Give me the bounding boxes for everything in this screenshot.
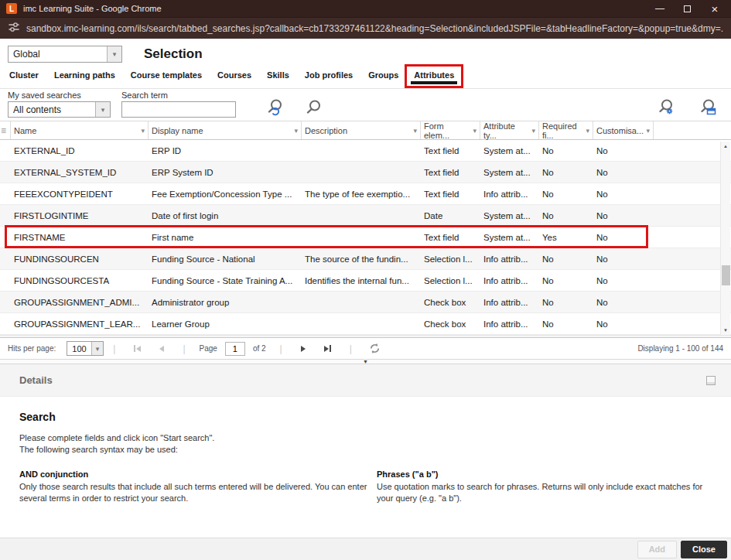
- hits-per-page-label: Hits per page:: [8, 344, 56, 353]
- table-row[interactable]: GROUPASSIGNMENT_ADMI... Administrator gr…: [0, 292, 731, 313]
- table-rows: EXTERNAL_ID ERP ID Text field System at.…: [0, 140, 731, 335]
- help-column-and: AND conjunction Only those search result…: [19, 470, 369, 504]
- search-help-intro-line1: Please complete fields and click icon "S…: [19, 432, 712, 444]
- cell-customisable: No: [593, 211, 654, 220]
- search-profile-icon[interactable]: [699, 98, 717, 117]
- first-page-button[interactable]: [134, 345, 141, 352]
- column-header-form-element[interactable]: Form elem... ▾: [421, 121, 480, 139]
- table-row[interactable]: EXTERNAL_ID ERP ID Text field System at.…: [0, 140, 731, 162]
- table-row[interactable]: FIRSTLOGINTIME Date of first login Date …: [0, 205, 731, 227]
- page-input[interactable]: [225, 342, 245, 356]
- attributes-table-body: EXTERNAL_ID ERP ID Text field System at.…: [0, 140, 731, 337]
- help-column-phrases: Phrases ("a b") Use quotation marks to s…: [377, 470, 708, 504]
- table-scrollbar[interactable]: ▲ ▼: [720, 142, 730, 335]
- column-header-required[interactable]: Required fi... ▾: [539, 121, 593, 139]
- site-settings-icon[interactable]: [8, 21, 20, 36]
- column-filter-icon[interactable]: ▾: [646, 127, 650, 135]
- cell-display-name: ERP ID: [149, 146, 302, 155]
- cell-customisable: No: [593, 276, 654, 285]
- tab-groups[interactable]: Groups: [367, 64, 400, 87]
- tab-attributes-label: Attributes: [414, 70, 454, 80]
- search-term-input[interactable]: [121, 101, 236, 118]
- scrollbar-track[interactable]: [721, 151, 730, 326]
- start-search-icon[interactable]: [304, 98, 323, 117]
- column-filter-icon[interactable]: ▾: [473, 127, 477, 135]
- column-filter-icon[interactable]: ▾: [141, 127, 145, 135]
- app-logo-icon: L: [6, 3, 17, 14]
- tab-job-profiles[interactable]: Job profiles: [303, 64, 354, 87]
- table-row[interactable]: EXTERNAL_SYSTEM_ID ERP System ID Text fi…: [0, 162, 731, 183]
- phrases-heading: Phrases ("a b"): [377, 470, 708, 479]
- column-header-description[interactable]: Description ▾: [302, 121, 421, 139]
- cell-customisable: No: [593, 298, 654, 307]
- scope-select[interactable]: Global ▾: [8, 46, 122, 63]
- column-filter-icon[interactable]: ▾: [586, 127, 589, 135]
- cell-required: No: [539, 319, 593, 329]
- saved-searches-field: My saved searches All contents ▾: [8, 90, 111, 121]
- search-term-label: Search term: [121, 90, 236, 100]
- hits-per-page-value: 100: [67, 342, 91, 355]
- tab-courses[interactable]: Courses: [216, 64, 253, 87]
- saved-searches-value: All contents: [9, 102, 95, 117]
- grip-icon: ≡: [1, 125, 6, 136]
- tab-skills[interactable]: Skills: [265, 64, 291, 87]
- cell-display-name: Administrator group: [149, 298, 302, 307]
- scroll-down-icon[interactable]: ▼: [723, 326, 728, 335]
- splitter-collapse-icon[interactable]: ▼: [363, 360, 368, 364]
- minimize-icon[interactable]: —: [654, 3, 665, 14]
- details-header: Details: [0, 364, 731, 397]
- add-button[interactable]: Add: [637, 541, 677, 558]
- tab-attributes[interactable]: Attributes: [412, 64, 456, 87]
- search-settings-icon[interactable]: [657, 98, 675, 117]
- and-conjunction-heading: AND conjunction: [19, 470, 369, 479]
- scope-select-value: Global: [9, 46, 107, 62]
- cell-required: No: [539, 146, 593, 155]
- next-page-button[interactable]: [301, 346, 306, 352]
- cell-form-element: Selection l...: [421, 254, 480, 264]
- tab-cluster[interactable]: Cluster: [8, 64, 40, 87]
- cell-name: GROUPASSIGNMENT_LEAR...: [11, 319, 149, 329]
- last-page-button[interactable]: [324, 345, 331, 352]
- search-tools: [657, 98, 717, 117]
- scrollbar-thumb[interactable]: [722, 265, 730, 285]
- active-tab-underline: [411, 81, 457, 84]
- prev-page-button[interactable]: [159, 346, 164, 352]
- saved-searches-select[interactable]: All contents ▾: [8, 101, 111, 118]
- tab-learning-paths[interactable]: Learning paths: [53, 64, 117, 87]
- hits-per-page-select[interactable]: 100 ▾: [67, 341, 104, 356]
- refresh-icon[interactable]: [369, 343, 381, 354]
- page-title: Selection: [144, 46, 203, 62]
- column-filter-icon[interactable]: ▾: [294, 127, 298, 135]
- cell-display-name: First name: [149, 233, 302, 242]
- cell-display-name: Funding Source - National: [149, 254, 302, 264]
- chevron-down-icon: ▾: [95, 102, 110, 117]
- column-filter-icon[interactable]: ▾: [531, 127, 535, 135]
- search-reload-icon[interactable]: [265, 98, 284, 117]
- tab-course-templates[interactable]: Course templates: [129, 64, 203, 87]
- maximize-icon[interactable]: [684, 5, 691, 12]
- table-row[interactable]: FUNDINGSOURCEN Funding Source - National…: [0, 248, 731, 270]
- table-row[interactable]: FUNDINGSOURCESTA Funding Source - State …: [0, 270, 731, 292]
- column-header-attribute-type[interactable]: Attribute ty... ▾: [480, 121, 539, 139]
- cell-attribute-type: System at...: [480, 146, 539, 155]
- column-header-display-name[interactable]: Display name ▾: [149, 121, 302, 139]
- scroll-up-icon[interactable]: ▲: [723, 142, 728, 151]
- table-row[interactable]: FIRSTNAME First name Text field System a…: [0, 227, 731, 248]
- table-row[interactable]: GROUPASSIGNMENT_LEAR... Learner Group Ch…: [0, 313, 731, 335]
- table-row[interactable]: FEEEXCONTYPEIDENT Fee Exemption/Concessi…: [0, 183, 731, 205]
- cell-display-name: Date of first login: [149, 211, 302, 220]
- table-header: ≡ Name ▾ Display name ▾ Description ▾ Fo…: [0, 121, 731, 140]
- column-header-name[interactable]: Name ▾: [11, 121, 149, 139]
- column-menu-handle[interactable]: ≡: [0, 121, 11, 139]
- cell-required: Yes: [539, 233, 593, 242]
- close-button[interactable]: Close: [681, 541, 727, 558]
- cell-attribute-type: System at...: [480, 211, 539, 220]
- window-title: imc Learning Suite - Google Chrome: [23, 4, 654, 13]
- column-filter-icon[interactable]: ▾: [413, 127, 417, 135]
- close-icon[interactable]: ×: [709, 2, 720, 15]
- collapse-panel-icon[interactable]: [706, 376, 716, 385]
- panel-splitter[interactable]: ▼: [0, 359, 731, 364]
- cell-required: No: [539, 190, 593, 199]
- column-header-customisable[interactable]: Customisa... ▾: [593, 121, 654, 139]
- url-text[interactable]: sandbox.imc-learning.com/ils/search/tabb…: [26, 23, 723, 34]
